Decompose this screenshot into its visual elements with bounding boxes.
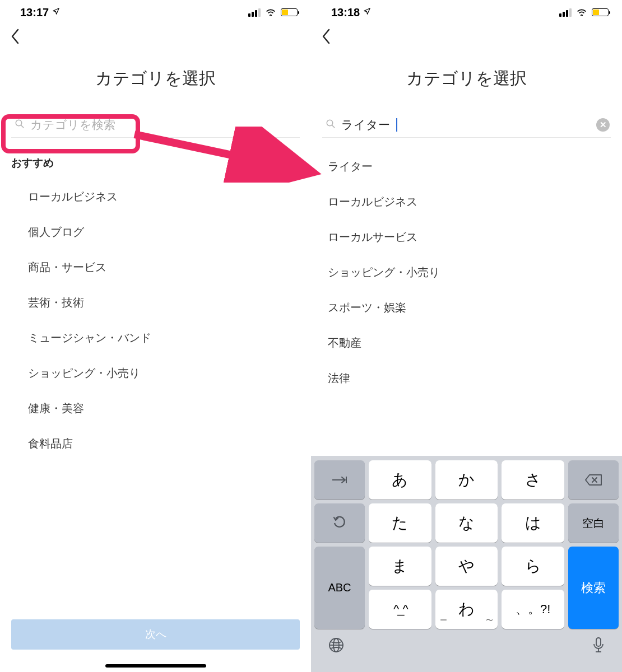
search-placeholder: カテゴリを検索 [30,117,115,133]
status-time: 13:18 [331,6,360,19]
kb-key-sa[interactable]: さ [502,460,564,500]
globe-icon[interactable] [328,637,345,657]
list-item[interactable]: 個人ブログ [0,214,311,250]
kb-key-wa[interactable]: わ [435,590,498,629]
list-item[interactable]: 不動産 [311,325,622,361]
keyboard: あ か さ た な は 空白 ABC ま や ら 検索 ^_^ わ 、。?! [311,456,622,672]
page-title: カテゴリを選択 [0,52,311,113]
kb-abc[interactable]: ABC [314,547,365,629]
back-button[interactable] [10,29,20,48]
signal-icon [559,8,572,17]
battery-icon [592,8,609,16]
list-item[interactable]: ショッピング・小売り [311,255,622,290]
search-value: ライター [341,117,390,133]
list-item[interactable]: 食料品店 [0,426,311,461]
list-item[interactable]: 芸術・技術 [0,285,311,320]
list-item[interactable]: ローカルビジネス [311,184,622,220]
kb-key-ta[interactable]: た [369,503,431,543]
list-item[interactable]: ローカルサービス [311,220,622,255]
search-input[interactable]: ライター ✕ [322,113,611,138]
search-input[interactable]: カテゴリを検索 [11,113,300,138]
svg-line-1 [21,125,24,128]
signal-icon [248,8,261,17]
next-button[interactable]: 次へ [11,619,300,650]
search-icon [15,119,25,132]
kb-key-ya[interactable]: や [435,547,498,586]
kb-key-emoji[interactable]: ^_^ [369,590,431,629]
kb-search[interactable]: 検索 [568,547,619,629]
list-item[interactable]: 法律 [311,361,622,396]
page-title: カテゴリを選択 [311,52,622,113]
kb-key-ka[interactable]: か [435,460,498,500]
kb-key-a[interactable]: あ [369,460,431,500]
phone-right: 13:18 カテゴリを選択 ライター ✕ ライター ローカルビ [311,0,622,672]
section-label: おすすめ [0,138,311,176]
kb-key-punct[interactable]: 、。?! [502,590,564,629]
clear-button[interactable]: ✕ [596,118,610,132]
location-icon [52,7,60,17]
search-icon [326,119,336,132]
list-item[interactable]: ローカルビジネス [0,179,311,214]
list-item[interactable]: スポーツ・娯楽 [311,290,622,325]
back-button[interactable] [321,29,331,48]
kb-key-ma[interactable]: ま [369,547,431,586]
kb-space[interactable]: 空白 [568,503,619,543]
list-item[interactable]: ショッピング・小売り [0,356,311,391]
kb-tab[interactable] [314,460,365,500]
nav-bar [0,25,311,52]
list-item[interactable]: 商品・サービス [0,250,311,285]
kb-key-na[interactable]: な [435,503,498,543]
status-bar: 13:17 [0,0,311,25]
kb-key-ha[interactable]: は [502,503,564,543]
next-label: 次へ [145,627,166,642]
wifi-icon [576,7,587,18]
status-time: 13:17 [20,6,49,19]
home-indicator[interactable] [105,664,206,668]
list-item[interactable]: ミュージシャン・バンド [0,320,311,356]
kb-undo[interactable] [314,503,365,543]
phone-left: 13:17 カテゴリを選択 カテゴリを検索 おすすめ ローカルビジネス [0,0,311,672]
category-list: ローカルビジネス 個人ブログ 商品・サービス 芸術・技術 ミュージシャン・バンド… [0,176,311,465]
list-item[interactable]: 健康・美容 [0,391,311,426]
search-results: ライター ローカルビジネス ローカルサービス ショッピング・小売り スポーツ・娯… [311,138,622,399]
wifi-icon [265,7,276,18]
svg-line-3 [332,125,335,128]
status-bar: 13:18 [311,0,622,25]
nav-bar [311,25,622,52]
list-item[interactable]: ライター [311,149,622,184]
mic-icon[interactable] [592,637,605,657]
battery-icon [281,8,298,16]
location-icon [363,7,371,17]
kb-backspace[interactable] [568,460,619,500]
text-caret [396,118,397,132]
kb-key-ra[interactable]: ら [502,547,564,586]
svg-rect-11 [596,638,601,646]
